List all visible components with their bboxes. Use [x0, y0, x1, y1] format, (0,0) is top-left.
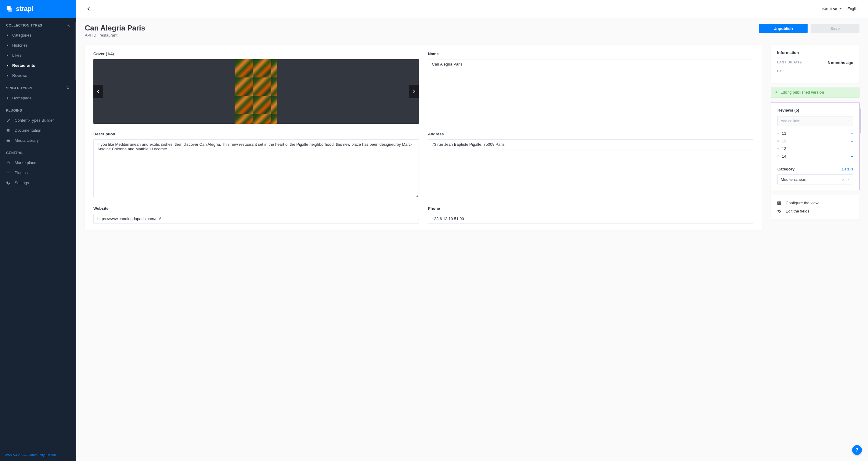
basket-icon	[6, 161, 10, 165]
name-input[interactable]	[428, 59, 753, 69]
sidebar-item-restaurants[interactable]: Restaurants	[0, 60, 76, 70]
last-update-key: LAST UPDATE	[777, 60, 802, 65]
remove-button[interactable]: –	[851, 139, 853, 143]
chevron-left-icon	[96, 89, 100, 94]
caret-down-icon[interactable]	[847, 178, 850, 180]
page-subtitle: API ID : restaurant	[85, 33, 145, 37]
layout-icon	[777, 201, 781, 205]
drag-handle-icon[interactable]: ≡	[777, 155, 779, 158]
drag-handle-icon[interactable]: ≡	[777, 139, 779, 143]
svg-line-5	[69, 89, 69, 89]
sidebar-item-settings[interactable]: Settings	[0, 178, 76, 188]
svg-rect-1	[8, 8, 12, 11]
topbar: Kai Doe English	[76, 0, 868, 18]
category-select[interactable]: Mediterranean	[777, 174, 853, 185]
config-card: Configure the view Edit the fields	[771, 195, 860, 220]
review-item[interactable]: ≡12 –	[777, 137, 853, 145]
remove-button[interactable]: –	[851, 154, 853, 159]
drag-handle-icon[interactable]: ≡	[777, 147, 779, 150]
sidebar-item-homepage[interactable]: Homepage	[0, 93, 76, 103]
gear-icon	[6, 181, 10, 185]
user-menu[interactable]: Kai Doe	[822, 7, 842, 11]
status-text: Editing published version	[780, 90, 824, 95]
sidebar-item-documentation[interactable]: Documentation	[0, 125, 76, 135]
cover-carousel[interactable]	[93, 59, 419, 124]
svg-rect-15	[778, 201, 779, 203]
version-footer[interactable]: Strapi v3.2.5 — Community Edition	[0, 449, 76, 461]
by-key: BY	[777, 69, 782, 73]
website-label: Website	[93, 206, 419, 211]
remove-button[interactable]: –	[851, 146, 853, 151]
category-details-link[interactable]: Details	[842, 167, 853, 171]
description-label: Description	[93, 132, 419, 136]
page-title: Can Alegria Paris	[85, 24, 145, 32]
configure-view-link[interactable]: Configure the view	[777, 199, 854, 207]
relations-card: Reviews (5) Add an item... ≡11 – ≡12 –	[771, 102, 860, 190]
description-textarea[interactable]: If you like Mediterranean and exotic dis…	[93, 139, 419, 197]
sidebar-item-plugins[interactable]: Plugins	[0, 168, 76, 178]
section-title-plugins: PLUGINS	[6, 108, 22, 112]
book-icon	[6, 128, 10, 133]
sidebar: strapi COLLECTION TYPES Categories Histo…	[0, 0, 76, 461]
gear-icon	[777, 209, 781, 213]
phone-label: Phone	[428, 206, 753, 211]
carousel-next-button[interactable]	[409, 85, 419, 98]
sidebar-item-content-types-builder[interactable]: Content-Types Builder	[0, 115, 76, 125]
svg-rect-16	[779, 201, 781, 203]
svg-point-2	[67, 24, 69, 26]
main-form-card: Cover (1/4)	[85, 45, 762, 230]
svg-line-3	[69, 26, 69, 27]
strapi-logo-icon	[6, 5, 13, 12]
caret-down-icon	[847, 120, 850, 122]
svg-marker-14	[847, 179, 849, 179]
phone-input[interactable]	[428, 214, 753, 224]
reviews-title: Reviews (5)	[777, 108, 853, 112]
reviews-scroll-thumb[interactable]	[860, 108, 861, 133]
name-label: Name	[428, 52, 753, 56]
svg-rect-17	[778, 203, 781, 205]
topbar-divider	[174, 0, 174, 18]
cloud-icon	[6, 138, 10, 143]
drag-handle-icon[interactable]: ≡	[777, 132, 779, 135]
information-title: Information	[777, 50, 854, 55]
search-icon[interactable]	[66, 23, 70, 27]
address-input[interactable]	[428, 139, 753, 150]
sidebar-item-categories[interactable]: Categories	[0, 30, 76, 40]
website-input[interactable]	[93, 214, 419, 224]
address-label: Address	[428, 132, 753, 136]
search-icon[interactable]	[66, 86, 70, 90]
sidebar-item-reviews[interactable]: Reviews	[0, 70, 76, 80]
svg-point-4	[67, 87, 69, 89]
sidebar-item-media-library[interactable]: Media Library	[0, 135, 76, 145]
edit-fields-link[interactable]: Edit the fields	[777, 207, 854, 215]
sidebar-item-likes[interactable]: Likes	[0, 50, 76, 60]
sidebar-item-marketplace[interactable]: Marketplace	[0, 158, 76, 168]
category-title: Category	[777, 167, 795, 171]
paint-brush-icon	[6, 118, 10, 123]
sidebar-item-histories[interactable]: Histories	[0, 40, 76, 50]
review-item[interactable]: ≡13 –	[777, 145, 853, 153]
caret-down-icon	[839, 7, 842, 10]
last-update-value: 3 months ago	[828, 60, 854, 65]
save-button: Save	[811, 24, 860, 33]
remove-button[interactable]: –	[851, 131, 853, 136]
cover-image	[235, 59, 277, 124]
clear-icon[interactable]	[842, 178, 845, 181]
logo[interactable]: strapi	[0, 0, 76, 18]
brand-text: strapi	[16, 5, 33, 13]
cover-label: Cover (1/4)	[93, 52, 419, 56]
review-item[interactable]: ≡14 –	[777, 153, 853, 160]
unpublish-button[interactable]: Unpublish	[759, 24, 808, 33]
back-button[interactable]	[85, 5, 93, 13]
svg-marker-10	[839, 8, 841, 9]
section-title-single-types: SINGLE TYPES	[6, 86, 32, 90]
information-card: Information LAST UPDATE 3 months ago BY	[771, 45, 860, 83]
carousel-prev-button[interactable]	[93, 85, 103, 98]
status-dot-icon	[776, 92, 777, 93]
help-button[interactable]: ?	[852, 445, 862, 455]
language-selector[interactable]: English	[847, 7, 860, 11]
review-item[interactable]: ≡11 –	[777, 130, 853, 137]
status-banner: Editing published version	[771, 87, 860, 98]
section-title-general: GENERAL	[6, 151, 24, 155]
reviews-add-select[interactable]: Add an item...	[777, 116, 853, 126]
